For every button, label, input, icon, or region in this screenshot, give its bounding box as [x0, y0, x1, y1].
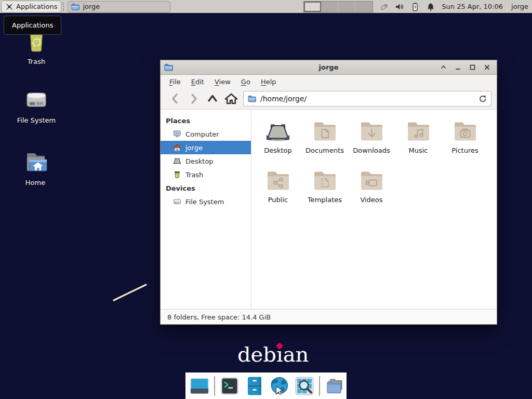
chevron-left-icon	[169, 92, 181, 105]
file-videos[interactable]: Videos	[348, 166, 395, 216]
reload-icon[interactable]	[478, 95, 487, 103]
sidebar-item-trash[interactable]: Trash	[161, 168, 251, 181]
templates-folder-icon	[312, 168, 337, 193]
sidebar-item-computer-label: Computer	[185, 130, 219, 138]
desktop-icon	[173, 157, 181, 165]
desktop-item-icon	[265, 119, 290, 144]
file-music[interactable]: Music	[395, 117, 442, 166]
sidebar-item-jorge[interactable]: jorge	[161, 141, 251, 154]
path-input[interactable]: /home/jorge/	[260, 95, 474, 103]
bell-icon[interactable]	[426, 2, 435, 11]
close-button[interactable]	[483, 64, 490, 71]
dock-separator	[319, 376, 320, 396]
terminal-launcher[interactable]	[219, 376, 240, 396]
applications-menu-label: Applications	[16, 3, 57, 10]
workspace-switcher[interactable]	[303, 1, 373, 12]
menu-view[interactable]: View	[210, 76, 235, 88]
status-text: 8 folders, Free space: 14.4 GiB	[167, 313, 271, 321]
file-label: Pictures	[451, 147, 478, 154]
app-finder-launcher[interactable]	[294, 376, 315, 396]
menu-file[interactable]: File	[165, 76, 185, 88]
folder-icon	[71, 3, 79, 10]
menu-edit[interactable]: Edit	[187, 76, 209, 88]
back-button[interactable]	[166, 91, 184, 107]
forward-button[interactable]	[184, 91, 203, 107]
minimize-button[interactable]	[454, 64, 461, 71]
home-icon	[224, 92, 238, 105]
sidebar-item-desktop-label: Desktop	[185, 157, 214, 165]
hard-drive-icon	[24, 88, 49, 113]
shade-button[interactable]	[440, 64, 447, 71]
debian-logo: debian	[237, 343, 309, 366]
panel-clock[interactable]: Sun 25 Apr, 10:06	[442, 3, 503, 10]
menu-help[interactable]: Help	[256, 76, 281, 88]
public-folder-icon	[265, 168, 290, 193]
applications-tooltip-text: Applications	[12, 21, 53, 29]
applications-menu-button[interactable]: Applications	[1, 1, 61, 13]
top-panel: Applications jorge	[0, 0, 532, 14]
window-titlebar[interactable]: jorge	[161, 60, 497, 75]
file-templates[interactable]: Templates	[301, 166, 348, 216]
desktop-icon-home[interactable]: Home	[10, 150, 60, 187]
desktop-icon-filesystem-label: File System	[17, 116, 56, 124]
sidebar-item-computer[interactable]: Computer	[161, 127, 251, 141]
input-device-icon[interactable]	[379, 2, 389, 11]
file-label: Music	[409, 147, 428, 154]
file-label: Templates	[308, 196, 342, 204]
chevron-right-icon	[188, 92, 200, 105]
show-desktop-icon	[189, 376, 210, 396]
file-pictures[interactable]: Pictures	[442, 117, 488, 166]
up-button[interactable]	[203, 91, 222, 107]
app-finder-icon	[294, 376, 315, 396]
globe-browser-icon	[269, 376, 290, 396]
file-documents[interactable]: Documents	[301, 117, 348, 166]
sidebar-places-header: Places	[161, 114, 251, 127]
panel-username[interactable]: jorge	[511, 3, 528, 10]
chevron-up-icon	[206, 92, 219, 105]
file-grid: Desktop Documents	[251, 110, 497, 309]
battery-icon[interactable]	[410, 2, 420, 11]
volume-icon[interactable]	[395, 2, 404, 11]
file-desktop[interactable]: Desktop	[255, 117, 301, 166]
desktop-icon-trash-label: Trash	[28, 58, 45, 65]
sidebar-item-desktop[interactable]: Desktop	[161, 154, 251, 168]
xfce-logo-icon	[5, 3, 14, 11]
debian-logo-i: i	[276, 342, 283, 366]
file-public[interactable]: Public	[255, 166, 301, 216]
web-browser-launcher[interactable]	[269, 376, 290, 396]
window-folder-icon	[164, 63, 173, 71]
sidebar-item-trash-label: Trash	[185, 171, 203, 179]
path-bar[interactable]: /home/jorge/	[243, 91, 491, 107]
sidebar-devices-header: Devices	[161, 181, 251, 195]
maximize-button[interactable]	[469, 64, 476, 71]
file-label: Videos	[360, 196, 382, 204]
sidebar-item-filesystem-label: File System	[185, 198, 224, 206]
home-button[interactable]	[222, 91, 241, 107]
dock-separator	[214, 376, 215, 396]
desktop-icon-filesystem[interactable]: File System	[11, 88, 61, 124]
bottom-dock	[185, 373, 347, 399]
workspace-1[interactable]	[304, 2, 321, 12]
videos-folder-icon	[359, 168, 384, 193]
trash-icon	[173, 170, 181, 179]
workspace-2[interactable]	[321, 2, 338, 12]
hard-drive-icon	[173, 197, 181, 206]
file-label: Documents	[305, 147, 344, 154]
workspace-4[interactable]	[355, 2, 373, 12]
workspace-3[interactable]	[338, 2, 355, 12]
directory-menu-launcher[interactable]	[324, 376, 345, 396]
documents-folder-icon	[312, 119, 337, 144]
sidebar-item-filesystem[interactable]: File System	[161, 195, 251, 208]
sidebar-item-jorge-label: jorge	[185, 144, 203, 152]
file-manager-window: jorge File Edit View Go Help	[160, 60, 497, 325]
computer-icon	[173, 130, 181, 138]
file-manager-launcher[interactable]	[244, 376, 265, 396]
menu-go[interactable]: Go	[236, 76, 255, 88]
pictures-folder-icon	[453, 119, 477, 144]
file-label: Desktop	[264, 147, 292, 154]
system-tray	[379, 2, 435, 11]
taskbar-window-button[interactable]: jorge	[68, 1, 170, 12]
desktop-stray-line	[109, 281, 153, 307]
file-downloads[interactable]: Downloads	[348, 117, 395, 166]
show-desktop-button[interactable]	[189, 376, 210, 396]
